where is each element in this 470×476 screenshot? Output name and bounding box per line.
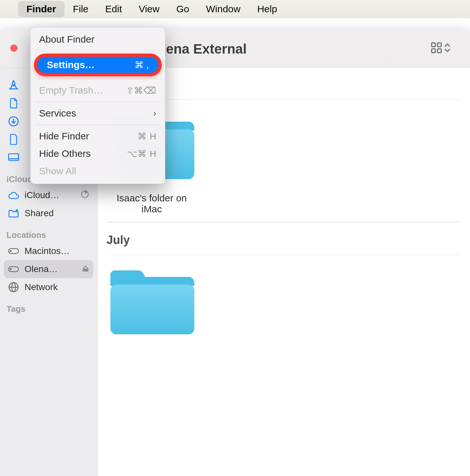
menu-label: Hide Others — [39, 148, 91, 159]
svg-marker-15 — [83, 266, 88, 269]
svg-rect-2 — [432, 49, 435, 53]
menu-label: About Finder — [39, 34, 95, 45]
updown-chevron-icon — [444, 41, 451, 54]
sidebar-macintosh-hd[interactable]: Macintos… — [4, 242, 93, 260]
svg-point-12 — [10, 250, 11, 251]
sidebar-item-label: Shared — [25, 208, 89, 218]
window-title: Olena External — [152, 41, 247, 57]
section-july: July — [107, 229, 461, 339]
svg-rect-7 — [9, 154, 19, 160]
sidebar-item-label: Network — [25, 282, 89, 292]
menu-label: Show All — [39, 166, 76, 177]
sidebar-network[interactable]: Network — [4, 278, 93, 296]
menu-shortcut: ⇧⌘⌫ — [126, 85, 157, 96]
svg-point-10 — [15, 209, 18, 212]
eject-icon[interactable] — [82, 264, 89, 274]
file-icon — [8, 134, 19, 145]
menu-label: Settings… — [47, 59, 95, 70]
progress-pie-icon — [80, 190, 89, 201]
chevron-right-icon: › — [153, 108, 157, 118]
menubar-view[interactable]: View — [130, 1, 168, 17]
sidebar-locations-group: Locations Macintos… Olena… — [4, 227, 93, 296]
svg-rect-1 — [437, 43, 441, 47]
menu-hide-others[interactable]: Hide Others ⌥⌘ H — [31, 145, 165, 162]
desktop-icon — [8, 152, 19, 163]
document-icon — [8, 97, 19, 109]
menu-show-all: Show All — [31, 162, 165, 180]
shared-folder-icon — [8, 208, 19, 219]
menubar-edit[interactable]: Edit — [97, 1, 130, 17]
window-traffic-lights — [10, 45, 17, 52]
svg-rect-3 — [437, 49, 441, 53]
sidebar-header-tags: Tags — [4, 301, 93, 316]
sidebar-item-label: Macintos… — [25, 246, 89, 256]
svg-rect-0 — [432, 43, 435, 47]
menubar-help[interactable]: Help — [249, 1, 286, 17]
section-divider — [107, 222, 461, 222]
sidebar-icloud-drive[interactable]: iCloud… — [4, 186, 93, 204]
menu-shortcut: ⌘ , — [135, 60, 149, 70]
menu-separator — [35, 51, 160, 51]
menu-shortcut: ⌥⌘ H — [127, 148, 157, 159]
svg-rect-16 — [83, 270, 88, 271]
system-menubar: Finder File Edit View Go Window Help — [0, 0, 470, 18]
globe-icon — [8, 281, 19, 293]
external-drive-icon — [8, 263, 19, 275]
menu-separator — [35, 79, 160, 79]
menu-hide-finder[interactable]: Hide Finder ⌘ H — [31, 127, 165, 145]
cloud-icon — [8, 189, 19, 201]
sidebar-header-locations: Locations — [4, 227, 93, 242]
menubar-go[interactable]: Go — [168, 1, 198, 17]
menu-settings[interactable]: Settings… ⌘ , — [37, 57, 158, 73]
menu-label: Hide Finder — [39, 131, 89, 142]
folder-icon — [107, 267, 197, 339]
menu-label: Empty Trash… — [39, 85, 103, 96]
menu-label: Services — [39, 108, 76, 119]
sidebar-olena-external[interactable]: Olena… — [4, 260, 93, 278]
menu-separator — [35, 125, 160, 125]
folder-item[interactable] — [107, 267, 197, 339]
menu-shortcut: ⌘ H — [138, 131, 157, 142]
menu-services[interactable]: Services › — [31, 105, 165, 122]
menu-about-finder[interactable]: About Finder — [31, 31, 165, 48]
finder-app-menu: About Finder Settings… ⌘ , Empty Trash… … — [30, 27, 165, 184]
close-window-button[interactable] — [10, 45, 17, 52]
sidebar-shared[interactable]: Shared — [4, 204, 93, 222]
internal-drive-icon — [8, 245, 19, 257]
view-switcher[interactable] — [430, 41, 451, 54]
menubar-finder[interactable]: Finder — [18, 1, 65, 17]
folder-caption: Isaac's folder on iMac — [107, 193, 197, 215]
highlight-ring: Settings… ⌘ , — [34, 54, 162, 76]
grid-view-icon — [430, 41, 443, 54]
sidebar-tags-group: Tags — [4, 301, 93, 316]
sidebar-item-label: iCloud… — [25, 190, 75, 200]
menu-empty-trash: Empty Trash… ⇧⌘⌫ — [31, 82, 165, 99]
svg-point-14 — [10, 268, 11, 269]
appstore-icon — [8, 79, 19, 91]
menubar-window[interactable]: Window — [198, 1, 249, 17]
menu-settings-highlight: Settings… ⌘ , — [31, 54, 165, 76]
section-title[interactable]: July — [107, 229, 461, 255]
svg-rect-21 — [110, 285, 194, 334]
menu-separator — [35, 102, 160, 102]
sidebar-item-label: Olena… — [25, 264, 77, 274]
menubar-file[interactable]: File — [65, 1, 97, 17]
download-circle-icon — [8, 116, 19, 127]
